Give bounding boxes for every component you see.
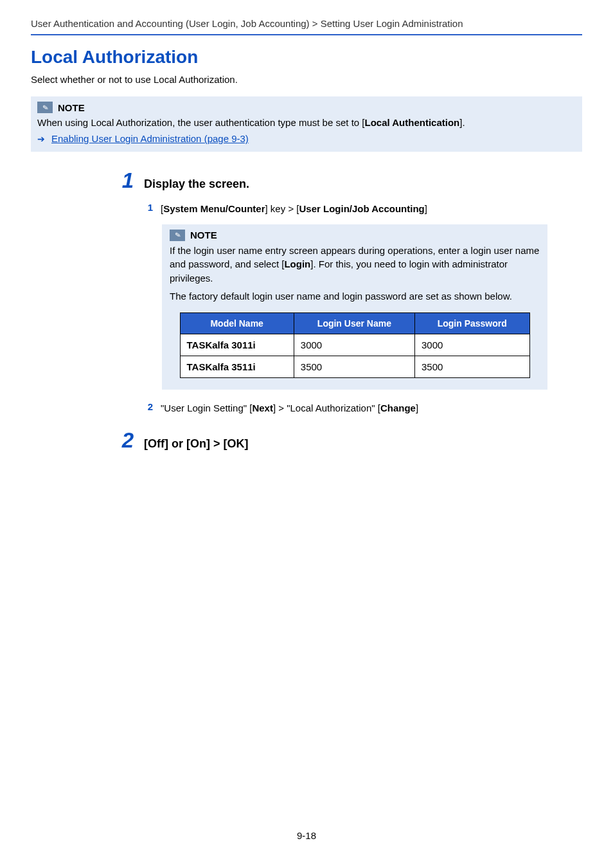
note-icon xyxy=(37,102,53,113)
step-title-2: [Off] or [On] > [OK] xyxy=(144,437,248,451)
td-model: TASKalfa 3511i xyxy=(180,356,294,377)
step-number-1: 1 xyxy=(116,168,134,193)
th-pass: Login Password xyxy=(414,312,529,334)
substep-text: [System Menu/Counter] key > [User Login/… xyxy=(161,202,427,217)
inner-note: NOTE If the login user name entry screen… xyxy=(162,224,547,390)
note-box-top: NOTE When using Local Authorization, the… xyxy=(31,96,582,152)
arrow-right-icon: ➔ xyxy=(37,134,45,144)
table-header-row: Model Name Login User Name Login Passwor… xyxy=(180,312,529,334)
table-row: TASKalfa 3011i 3000 3000 xyxy=(180,334,529,356)
td-user: 3000 xyxy=(294,334,414,356)
td-user: 3500 xyxy=(294,356,414,377)
inner-note-p2: The factory default login user name and … xyxy=(170,289,540,303)
intro-text: Select whether or not to use Local Autho… xyxy=(31,74,582,85)
step-1: 1 Display the screen. 1 [System Menu/Cou… xyxy=(116,168,582,415)
step-number-2: 2 xyxy=(116,428,134,453)
note-text: When using Local Authorization, the user… xyxy=(37,116,576,129)
note-label: NOTE xyxy=(190,230,217,240)
credentials-table: Model Name Login User Name Login Passwor… xyxy=(180,312,530,378)
th-user: Login User Name xyxy=(294,312,414,334)
breadcrumb: User Authentication and Accounting (User… xyxy=(31,18,582,35)
note-icon xyxy=(170,230,185,241)
substep-num: 1 xyxy=(144,202,153,217)
substep-text: "User Login Setting" [Next] > "Local Aut… xyxy=(161,401,418,416)
td-model: TASKalfa 3011i xyxy=(180,334,294,356)
step-title-1: Display the screen. xyxy=(144,177,249,191)
substep-1-1: 1 [System Menu/Counter] key > [User Logi… xyxy=(144,202,582,217)
td-pass: 3000 xyxy=(414,334,529,356)
xref-link[interactable]: Enabling User Login Administration (page… xyxy=(51,133,249,144)
table-row: TASKalfa 3511i 3500 3500 xyxy=(180,356,529,377)
substep-num: 2 xyxy=(144,401,153,416)
substep-1-2: 2 "User Login Setting" [Next] > "Local A… xyxy=(144,401,582,416)
page-title: Local Authorization xyxy=(31,47,582,68)
inner-note-p1: If the login user name entry screen appe… xyxy=(170,244,540,285)
td-pass: 3500 xyxy=(414,356,529,377)
page-number: 9-18 xyxy=(0,830,613,841)
step-2: 2 [Off] or [On] > [OK] xyxy=(116,428,582,453)
note-label: NOTE xyxy=(58,102,85,113)
th-model: Model Name xyxy=(180,312,294,334)
